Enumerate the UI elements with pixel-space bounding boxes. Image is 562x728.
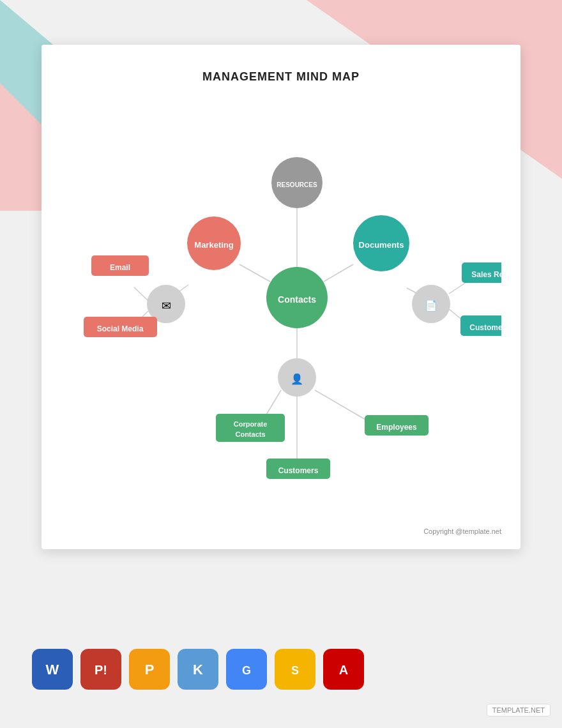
svg-text:G: G (242, 664, 251, 677)
svg-line-2 (324, 264, 353, 282)
employees-label: Employees (376, 423, 417, 432)
svg-line-5 (134, 287, 148, 301)
corporate-contacts-label2: Contacts (235, 430, 265, 438)
documents-label: Documents (359, 240, 404, 250)
svg-text:S: S (291, 664, 299, 677)
main-card: MANAGEMENT MIND MAP (42, 45, 520, 549)
svg-line-11 (315, 390, 370, 422)
google-docs-icon[interactable]: G (226, 649, 267, 690)
keynote-icon[interactable]: K (178, 649, 218, 690)
svg-text:A: A (339, 663, 348, 677)
powerpoint-icon[interactable]: P! (80, 649, 121, 690)
envelope-icon: ✉ (162, 300, 171, 312)
mindmap-area: Contacts RESOURCES Marketing Documents ✉… (61, 96, 501, 518)
svg-text:P!: P! (95, 663, 107, 677)
sales-report-label: Sales Report (471, 270, 501, 279)
customers-label: Customers (278, 466, 319, 475)
word-icon[interactable]: W (32, 649, 73, 690)
email-label: Email (110, 263, 130, 272)
svg-line-8 (449, 282, 466, 294)
svg-text:W: W (46, 662, 59, 678)
page-title: MANAGEMENT MIND MAP (61, 70, 501, 84)
social-media-label: Social Media (97, 324, 144, 333)
watermark: Copyright @template.net (423, 527, 501, 535)
google-slides-icon[interactable]: S (275, 649, 315, 690)
toolbar: W P! P K G S (32, 649, 364, 690)
corporate-contacts-label: Corporate (234, 420, 268, 428)
resources-label: RESOURCES (277, 181, 317, 188)
customer-info-label: Customer Info (469, 323, 501, 332)
svg-text:K: K (193, 662, 203, 678)
svg-text:P: P (145, 662, 155, 678)
marketing-label: Marketing (194, 240, 233, 250)
pages-icon[interactable]: P (129, 649, 170, 690)
mindmap-svg: Contacts RESOURCES Marketing Documents ✉… (61, 96, 501, 518)
svg-line-1 (239, 264, 270, 282)
acrobat-icon[interactable]: A (323, 649, 364, 690)
person-icon: 👤 (291, 373, 303, 385)
contacts-label: Contacts (278, 294, 316, 305)
document-icon: 📄 (425, 300, 437, 312)
template-watermark: TEMPLATE.NET (487, 704, 551, 717)
